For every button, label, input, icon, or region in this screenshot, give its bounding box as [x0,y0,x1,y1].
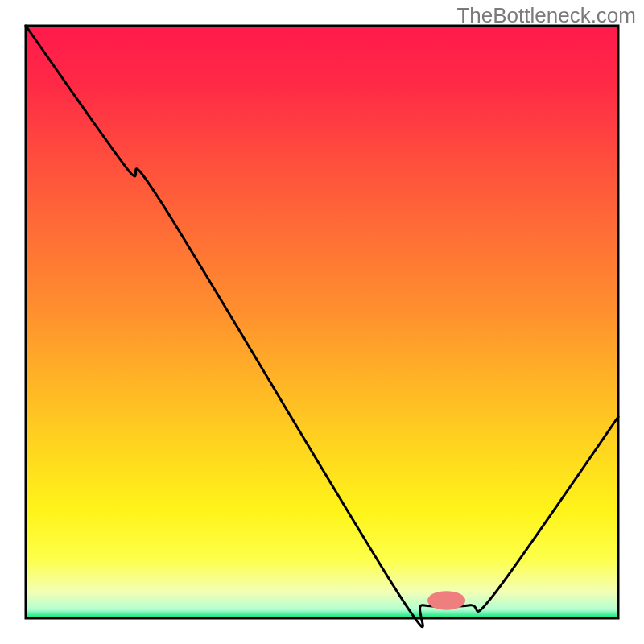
watermark-text: TheBottleneck.com [456,3,636,28]
optimum-marker [427,591,465,610]
bottleneck-chart: TheBottleneck.com [0,0,644,644]
plot-background [26,26,618,618]
chart-svg [0,0,644,644]
